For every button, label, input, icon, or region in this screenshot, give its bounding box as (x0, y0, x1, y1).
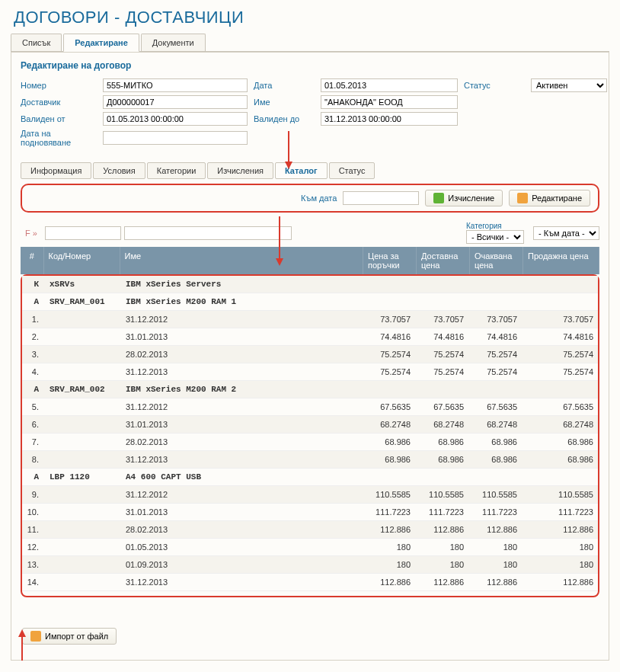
cell-sale-price: 112.886 (522, 574, 598, 591)
cell-code (45, 416, 121, 434)
cell-sale-price: 180 (522, 539, 598, 556)
table-row[interactable]: 2.31.01.201374.481674.481674.481674.4816 (22, 328, 598, 346)
subtab-conditions[interactable]: Условия (93, 162, 145, 179)
tab-list[interactable]: Списък (11, 34, 62, 51)
table-body-wrap: КxSRVsIBM xSeries ServersАSRV_RAM_001IBM… (21, 274, 599, 597)
select-status[interactable]: Активен (531, 78, 607, 92)
cell-supply-price: 112.886 (415, 521, 468, 539)
cell-idx: 13. (22, 556, 45, 574)
form-grid: Номер Дата Статус Активен Доставчик Име … (21, 78, 599, 147)
subtab-status[interactable]: Статус (329, 162, 376, 179)
col-sale-price[interactable]: Продажна цена (523, 247, 599, 274)
toolbar-box: Към дата Изчисление Редактиране (21, 184, 599, 213)
table-row[interactable]: 9.31.12.2012110.5585110.5585110.5585110.… (22, 486, 598, 504)
input-date[interactable] (321, 78, 458, 92)
table-row[interactable]: 10.31.01.2013111.7223111.7223111.7223111… (22, 504, 598, 521)
col-idx[interactable]: # (21, 247, 43, 274)
import-button-label: Импорт от файл (45, 632, 108, 641)
input-number[interactable] (103, 78, 248, 92)
cell-sale-price: 74.4816 (522, 328, 598, 346)
cell-code (45, 398, 121, 416)
cell-supply-price: 75.2574 (415, 363, 468, 381)
cell-supply-price: 180 (415, 539, 468, 556)
tab-documents[interactable]: Документи (141, 34, 206, 51)
table-row[interactable]: 11.28.02.2013112.886112.886112.886112.88… (22, 521, 598, 539)
cell-expect-price: 68.986 (468, 451, 522, 469)
cell-order-price: 180 (362, 539, 415, 556)
section-title: Редактиране на договор (21, 60, 599, 71)
calc-button[interactable]: Изчисление (425, 190, 503, 206)
cell-order-price: 74.4816 (362, 328, 415, 346)
cell-name: A4 600 CAPT USB (121, 469, 598, 486)
filter-name-input[interactable] (124, 226, 292, 240)
toolbar-to-date-input[interactable] (343, 191, 419, 205)
cell-expect-price: 67.5635 (468, 398, 522, 416)
toolbar-to-date-label: Към дата (301, 194, 337, 203)
cell-supply-price: 74.4816 (415, 328, 468, 346)
import-button[interactable]: Импорт от файл (22, 628, 117, 645)
table-row[interactable]: КxSRVsIBM xSeries Servers (22, 276, 598, 293)
catalog-table-body: КxSRVsIBM xSeries ServersАSRV_RAM_001IBM… (22, 276, 598, 591)
cell-supply-price: 111.7223 (415, 504, 468, 521)
cell-sale-price: 112.886 (522, 521, 598, 539)
col-order-price[interactable]: Цена за поръчки (363, 247, 417, 274)
table-row[interactable]: АLBP 1120A4 600 CAPT USB (22, 469, 598, 486)
col-code[interactable]: Код/Номер (43, 247, 120, 274)
cell-expect-price: 112.886 (468, 521, 522, 539)
table-row[interactable]: 7.28.02.201368.98668.98668.98668.986 (22, 434, 598, 451)
cell-code (45, 346, 121, 363)
cell-supply-price: 112.886 (415, 574, 468, 591)
input-renew[interactable] (103, 131, 248, 145)
label-number: Номер (21, 81, 97, 90)
filter-toggle[interactable]: F » (21, 226, 42, 241)
table-row[interactable]: 3.28.02.201375.257475.257475.257475.2574 (22, 346, 598, 363)
cell-code: xSRVs (45, 276, 121, 293)
table-row[interactable]: 6.31.01.201368.274868.274868.274868.2748 (22, 416, 598, 434)
input-name[interactable] (321, 95, 458, 109)
cell-order-price: 68.2748 (362, 416, 415, 434)
table-row[interactable]: АSRV_RAM_001IBM xSeries M200 RAM 1 (22, 293, 598, 311)
edit-button[interactable]: Редактиране (509, 190, 590, 206)
table-row[interactable]: 8.31.12.201368.98668.98668.98668.986 (22, 451, 598, 469)
table-row[interactable]: 5.31.12.201267.563567.563567.563567.5635 (22, 398, 598, 416)
col-expect-price[interactable]: Очаквана цена (470, 247, 523, 274)
import-icon (30, 631, 41, 642)
input-valid-from[interactable] (103, 112, 248, 126)
cell-code (45, 574, 121, 591)
cell-order-price: 67.5635 (362, 398, 415, 416)
cell-expect-price: 75.2574 (468, 363, 522, 381)
cell-name: 31.12.2012 (121, 398, 362, 416)
table-row[interactable]: 12.01.05.2013180180180180 (22, 539, 598, 556)
filter-category-select[interactable]: - Всички - (466, 230, 524, 244)
table-row[interactable]: 1.31.12.201273.705773.705773.705773.7057 (22, 311, 598, 328)
subtab-info[interactable]: Информация (21, 162, 91, 179)
cell-code (45, 328, 121, 346)
tab-edit[interactable]: Редактиране (63, 34, 139, 52)
cell-idx: 7. (22, 434, 45, 451)
cell-order-price: 73.7057 (362, 311, 415, 328)
filter-code-input[interactable] (45, 226, 121, 240)
cell-name: 31.01.2013 (121, 416, 362, 434)
cell-idx: 1. (22, 311, 45, 328)
subtab-calculations[interactable]: Изчисления (207, 162, 273, 179)
filter-date-select[interactable]: - Към дата - (533, 226, 599, 240)
table-row[interactable]: 4.31.12.201375.257475.257475.257475.2574 (22, 363, 598, 381)
subtab-catalog[interactable]: Каталог (275, 162, 328, 179)
input-valid-to[interactable] (321, 112, 458, 126)
cell-sale-price: 110.5585 (522, 486, 598, 504)
col-name[interactable]: Име (120, 247, 363, 274)
main-tabs: Списък Редактиране Документи (11, 34, 609, 52)
cell-sale-price: 73.7057 (522, 311, 598, 328)
cell-idx: 8. (22, 451, 45, 469)
label-valid-from: Валиден от (21, 114, 97, 123)
table-row[interactable]: 13.01.09.2013180180180180 (22, 556, 598, 574)
cell-name: IBM xSeries M200 RAM 1 (121, 293, 598, 311)
cell-supply-price: 68.2748 (415, 416, 468, 434)
input-supplier[interactable] (103, 95, 248, 109)
cell-name: 28.02.2013 (121, 521, 362, 539)
filter-category-label: Категория (466, 222, 524, 230)
col-supply-price[interactable]: Доставна цена (417, 247, 470, 274)
subtab-categories[interactable]: Категории (147, 162, 206, 179)
table-row[interactable]: АSRV_RAM_002IBM xSeries M200 RAM 2 (22, 381, 598, 398)
table-row[interactable]: 14.31.12.2013112.886112.886112.886112.88… (22, 574, 598, 591)
